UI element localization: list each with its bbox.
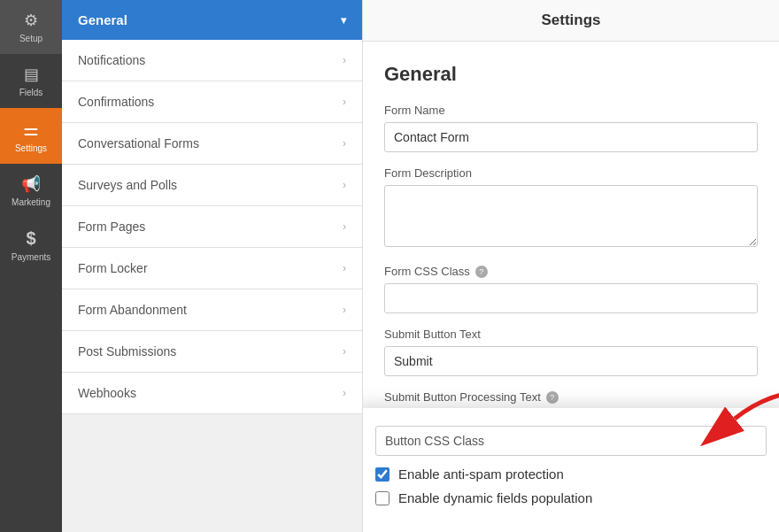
icon-sidebar: ⚙ Setup ▤ Fields ⚌ Settings 📢 Marketing … — [0, 0, 62, 532]
sidebar-item-post-submissions[interactable]: Post Submissions › — [62, 331, 362, 373]
dynamic-fields-label: Enable dynamic fields population — [398, 490, 592, 505]
secondary-sidebar: General ▾ Notifications › Confirmations … — [62, 0, 363, 532]
marketing-icon: 📢 — [21, 174, 41, 194]
conversational-forms-chevron-icon: › — [343, 137, 346, 150]
antispam-row: Enable anti-spam protection — [375, 466, 767, 482]
form-css-class-label: Form CSS Class ? — [384, 265, 758, 278]
surveys-polls-chevron-icon: › — [343, 179, 346, 191]
surveys-polls-label: Surveys and Polls — [78, 178, 177, 192]
sidebar-item-notifications[interactable]: Notifications › — [62, 40, 362, 81]
sidebar-item-payments-label: Payments — [12, 252, 50, 262]
sidebar-item-fields[interactable]: ▤ Fields — [0, 54, 62, 108]
general-header[interactable]: General ▾ — [62, 0, 362, 40]
antispam-checkbox[interactable] — [375, 467, 390, 482]
sidebar-item-setup[interactable]: ⚙ Setup — [0, 0, 62, 54]
dynamic-fields-checkbox[interactable] — [375, 491, 390, 505]
form-description-label: Form Description — [384, 166, 758, 180]
sidebar-item-settings-label: Settings — [15, 143, 47, 153]
popup-overlay: Button CSS Class Enable anti-spam protec… — [363, 408, 779, 532]
antispam-label: Enable anti-spam protection — [398, 466, 564, 482]
sidebar-item-payments[interactable]: $ Payments — [0, 218, 62, 273]
post-submissions-chevron-icon: › — [343, 345, 346, 358]
form-pages-label: Form Pages — [78, 220, 145, 234]
sidebar-item-form-abandonment[interactable]: Form Abandonment › — [62, 289, 362, 331]
sidebar-item-settings[interactable]: ⚌ Settings — [0, 108, 62, 164]
conversational-forms-label: Conversational Forms — [78, 136, 199, 150]
webhooks-chevron-icon: › — [343, 387, 346, 399]
post-submissions-label: Post Submissions — [78, 344, 176, 359]
payments-icon: $ — [26, 228, 35, 249]
form-abandonment-label: Form Abandonment — [78, 303, 187, 317]
sidebar-item-marketing[interactable]: 📢 Marketing — [0, 164, 62, 218]
top-bar: Settings — [363, 0, 779, 42]
sidebar-item-conversational-forms[interactable]: Conversational Forms › — [62, 123, 362, 165]
form-locker-label: Form Locker — [78, 261, 148, 275]
submit-button-text-label: Submit Button Text — [384, 328, 758, 341]
sidebar-item-confirmations[interactable]: Confirmations › — [62, 81, 362, 123]
form-abandonment-chevron-icon: › — [343, 304, 346, 316]
confirmations-label: Confirmations — [78, 95, 154, 109]
submit-button-text-input[interactable] — [384, 346, 758, 376]
form-css-class-input[interactable] — [384, 283, 758, 313]
content-area: General Form Name Form Description Form … — [363, 42, 779, 532]
content-title: General — [384, 63, 758, 86]
main-content: Settings General Form Name Form Descript… — [363, 0, 779, 532]
submit-processing-help-icon[interactable]: ? — [546, 391, 559, 404]
sidebar-item-fields-label: Fields — [19, 88, 43, 97]
sidebar-item-form-locker[interactable]: Form Locker › — [62, 248, 362, 289]
sidebar-item-setup-label: Setup — [19, 34, 42, 43]
sidebar-item-webhooks[interactable]: Webhooks › — [62, 373, 362, 414]
button-css-class-truncated: Button CSS Class — [375, 426, 767, 456]
notifications-chevron-icon: › — [343, 54, 346, 66]
sidebar-item-form-pages[interactable]: Form Pages › — [62, 206, 362, 248]
setup-icon: ⚙ — [24, 11, 38, 30]
form-description-input[interactable] — [384, 185, 758, 247]
webhooks-label: Webhooks — [78, 386, 136, 400]
top-bar-title: Settings — [541, 12, 600, 28]
dynamic-fields-row: Enable dynamic fields population — [375, 490, 767, 505]
form-pages-chevron-icon: › — [343, 220, 346, 233]
sidebar-item-marketing-label: Marketing — [12, 197, 50, 207]
form-css-class-help-icon[interactable]: ? — [475, 266, 488, 278]
form-locker-chevron-icon: › — [343, 262, 346, 274]
notifications-label: Notifications — [78, 53, 145, 67]
submit-button-processing-label: Submit Button Processing Text ? — [384, 390, 758, 404]
general-header-label: General — [78, 12, 127, 27]
confirmations-chevron-icon: › — [343, 96, 346, 108]
settings-icon: ⚌ — [23, 119, 39, 140]
general-chevron-icon: ▾ — [341, 14, 346, 27]
sidebar-item-surveys-polls[interactable]: Surveys and Polls › — [62, 165, 362, 206]
form-name-label: Form Name — [384, 104, 758, 117]
form-name-input[interactable] — [384, 122, 758, 152]
fields-icon: ▤ — [24, 65, 39, 84]
